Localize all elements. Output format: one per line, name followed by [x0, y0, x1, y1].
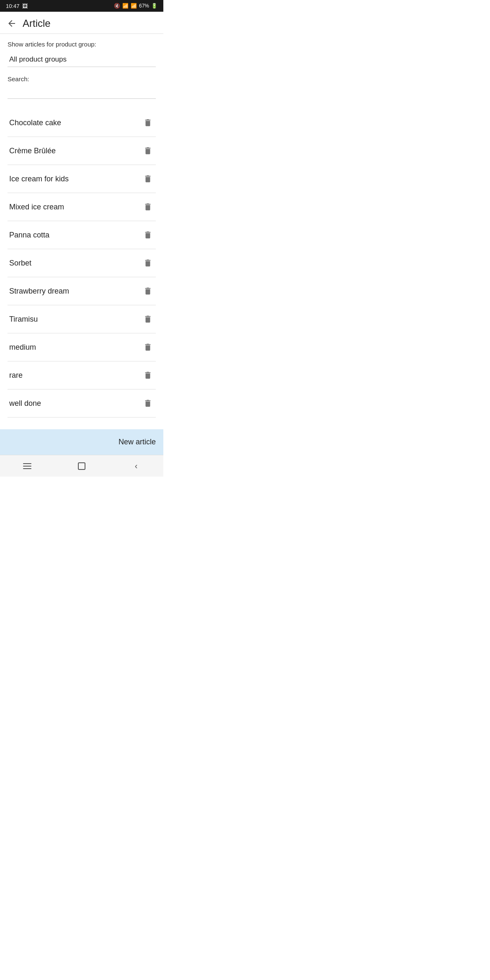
- article-name: Chocolate cake: [9, 119, 61, 127]
- article-item[interactable]: Ice cream for kids: [8, 165, 156, 193]
- product-group-filter: Show articles for product group: All pro…: [8, 41, 156, 67]
- article-name: Mixed ice cream: [9, 203, 64, 211]
- trash-icon: [143, 286, 152, 296]
- image-icon: 🖼: [22, 3, 28, 9]
- hamburger-icon: [23, 463, 31, 469]
- article-item[interactable]: Panna cotta: [8, 221, 156, 249]
- article-item[interactable]: Tiramisu: [8, 305, 156, 333]
- article-name: rare: [9, 371, 23, 380]
- delete-article-button[interactable]: [142, 397, 154, 410]
- mute-icon: 🔇: [114, 3, 120, 9]
- article-name: Crème Brûlée: [9, 147, 56, 155]
- article-name: medium: [9, 343, 36, 352]
- delete-article-button[interactable]: [142, 201, 154, 213]
- trash-icon: [143, 202, 152, 211]
- trash-icon: [143, 258, 152, 268]
- trash-icon: [143, 343, 152, 352]
- trash-icon: [143, 315, 152, 324]
- home-icon: [78, 462, 85, 470]
- status-bar: 10:47 🖼 🔇 📶 📶 67% 🔋: [0, 0, 163, 12]
- status-left: 10:47 🖼: [6, 3, 28, 9]
- article-name: Ice cream for kids: [9, 175, 69, 183]
- article-name: Sorbet: [9, 259, 31, 268]
- home-button[interactable]: [69, 458, 94, 475]
- article-name: Panna cotta: [9, 231, 49, 240]
- back-nav-icon: ‹: [135, 461, 138, 471]
- article-item[interactable]: rare: [8, 361, 156, 389]
- new-article-button[interactable]: New article: [119, 438, 156, 446]
- nav-bar: ‹: [0, 455, 163, 477]
- search-input[interactable]: [8, 86, 156, 99]
- article-item[interactable]: Strawberry dream: [8, 277, 156, 305]
- delete-article-button[interactable]: [142, 229, 154, 241]
- delete-article-button[interactable]: [142, 257, 154, 269]
- trash-icon: [143, 174, 152, 183]
- article-item[interactable]: Crème Brûlée: [8, 137, 156, 165]
- search-section: Search:: [8, 75, 156, 99]
- delete-article-button[interactable]: [142, 173, 154, 185]
- article-item[interactable]: medium: [8, 333, 156, 361]
- article-item[interactable]: well done: [8, 389, 156, 418]
- trash-icon: [143, 118, 152, 127]
- search-label: Search:: [8, 75, 156, 83]
- time: 10:47: [6, 3, 20, 9]
- article-item[interactable]: Mixed ice cream: [8, 193, 156, 221]
- battery-text: 67%: [139, 3, 149, 9]
- trash-icon: [143, 146, 152, 155]
- article-name: well done: [9, 399, 41, 408]
- article-name: Strawberry dream: [9, 287, 69, 296]
- recent-apps-button[interactable]: [15, 458, 40, 475]
- back-button[interactable]: [7, 18, 17, 28]
- delete-article-button[interactable]: [142, 369, 154, 382]
- delete-article-button[interactable]: [142, 116, 154, 129]
- article-name: Tiramisu: [9, 315, 38, 324]
- delete-article-button[interactable]: [142, 341, 154, 353]
- articles-list: Chocolate cake Crème Brûlée Ice cream fo…: [8, 109, 156, 418]
- trash-icon: [143, 399, 152, 408]
- battery-icon: 🔋: [151, 3, 157, 9]
- delete-article-button[interactable]: [142, 285, 154, 297]
- status-right: 🔇 📶 📶 67% 🔋: [114, 3, 157, 9]
- header: Article: [0, 12, 163, 34]
- product-group-label: Show articles for product group:: [8, 41, 156, 48]
- article-item[interactable]: Chocolate cake: [8, 109, 156, 137]
- trash-icon: [143, 371, 152, 380]
- delete-article-button[interactable]: [142, 144, 154, 157]
- delete-article-button[interactable]: [142, 313, 154, 325]
- trash-icon: [143, 230, 152, 240]
- wifi-icon: 📶: [122, 3, 129, 9]
- content-area: Show articles for product group: All pro…: [0, 34, 163, 424]
- signal-icon: 📶: [131, 3, 137, 9]
- bottom-action-bar: New article: [0, 429, 163, 455]
- product-group-select[interactable]: All product groups: [8, 52, 156, 67]
- page-title: Article: [23, 18, 51, 29]
- back-nav-button[interactable]: ‹: [124, 458, 149, 475]
- article-item[interactable]: Sorbet: [8, 249, 156, 277]
